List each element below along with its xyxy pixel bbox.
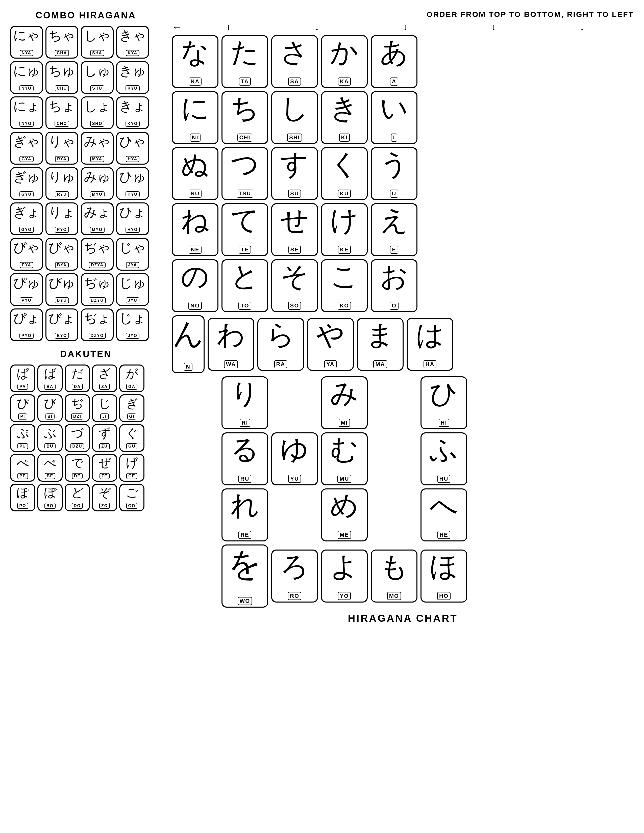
dakuten-cell: ぽ PO [10,484,35,511]
combo-title: COMBO HIRAGANA [10,10,162,21]
kana-label: O [390,302,399,310]
kana-char: ず [98,427,111,439]
down-arrow-5: ↓ [580,22,584,32]
kana-char: ね [181,206,209,234]
combo-cell: ちょ CHO [45,96,78,129]
kana-label: MA [373,360,387,368]
dakuten-cell: ざ ZA [92,365,117,392]
kana-char: ぴ [17,397,29,409]
kana-char: じゅ [119,276,146,289]
chart-cell: ふ HU [420,433,467,486]
kana-label: MYA [90,156,104,162]
kana-char: ちょ [48,100,75,113]
dakuten-cell: だ DA [64,365,90,392]
kana-label: BU [45,443,55,449]
kana-label: KU [338,190,351,198]
kana-char: ば [44,368,56,380]
kana-char: ぷ [17,427,29,439]
kana-label: ZE [100,473,109,479]
chart-bottom-title: HIRAGANA CHART [172,613,634,624]
chart-top-grid: な NA た TA さ SA か KA あ A に NI ち CHI し SHI… [172,35,634,312]
kana-label: DE [72,473,82,479]
combo-cell: にゃ NYA [10,26,43,59]
chart-cell: と TO [222,259,268,312]
kana-char: ぜ [98,457,111,469]
chart-cell: け KE [321,203,368,256]
kana-label: HYA [126,156,139,162]
kana-label: BA [45,384,55,390]
chart-header: ORDER FROM TOP TO BOTTOM, RIGHT TO LEFT [172,10,634,19]
empty-cell [371,433,417,486]
kana-label: GO [126,503,138,509]
chart-cell: ほ HO [420,550,467,603]
kana-label: RYO [55,227,69,233]
combo-cell: にゅ NYU [10,61,43,94]
chart-cell: か KA [321,35,368,88]
kana-char: か [330,38,359,66]
chart-cell: せ SE [271,203,318,256]
kana-label: RYA [55,156,69,162]
kana-label: JYO [126,333,139,339]
kana-char: う [380,150,408,178]
chart-cell: ま MA [357,318,404,371]
kana-label: NE [188,246,201,254]
kana-label: NYA [20,50,33,56]
chart-cell: み MI [321,376,368,429]
kana-label: PU [18,443,28,449]
kana-label: KO [338,302,351,310]
combo-cell: みゅ MYU [81,167,114,200]
chart-cell: は HA [407,318,453,371]
kana-label: BE [45,473,55,479]
kana-char: ぞ [98,487,111,499]
dakuten-cell: ず ZU [92,424,117,452]
kana-char: お [380,262,408,290]
combo-cell: しょ SHO [81,96,114,129]
chart-cell: よ YO [321,550,368,603]
kana-label: KE [338,246,351,254]
chart-cell: ぬ NU [172,147,219,200]
combo-cell: びょ BYO [45,309,78,341]
kana-char: た [230,38,259,66]
combo-cell: びゅ BYU [45,273,78,306]
chart-cell: へ HE [420,489,467,542]
dakuten-cell: ぺ PE [10,454,35,482]
kana-label: SA [288,77,301,85]
combo-cell: きゃ KYA [116,26,149,59]
kana-char: りゃ [48,135,75,148]
kana-char: びゃ [48,241,75,254]
down-arrow-3: ↓ [403,22,407,32]
chart-cell: こ KO [321,259,368,312]
dakuten-grid: ぱ PA ば BA だ DA ざ ZA が GA ぴ PI び BI ぢ DZI… [10,365,162,511]
kana-label: E [390,246,398,254]
kana-char: ど [71,487,84,499]
kana-label: CHI [237,133,253,142]
left-panel: COMBO HIRAGANA にゃ NYA ちゃ CHA しゃ SHA きゃ K… [10,10,162,624]
combo-cell: にょ NYO [10,96,43,129]
combo-cell: じゅ JYU [116,273,149,306]
kana-label: SE [288,246,301,254]
kana-label: NU [188,190,202,198]
kana-label: I [391,133,397,142]
kana-char: みゅ [84,170,111,183]
kana-char: ほ [430,553,458,581]
down-arrow-2: ↓ [315,22,319,32]
kana-label: WA [224,360,238,368]
kana-char: べ [44,457,56,469]
kana-char: ぎょ [13,206,40,219]
kana-char: ひゃ [119,135,146,148]
combo-cell: ぴゅ PYU [10,273,43,306]
dakuten-cell: ど DO [64,484,90,511]
kana-label: U [390,190,399,198]
combo-cell: りょ RYO [45,203,78,235]
n-wa-row: ん N わ WA ら RA や YA ま MA は HA [172,315,634,373]
chart-cell: そ SO [271,259,318,312]
dakuten-cell: べ BE [37,454,63,482]
kana-char: せ [280,206,309,234]
kana-char: な [181,38,209,66]
chart-cell: ゆ YU [271,433,318,486]
kana-char: み [330,380,359,407]
kana-label: MI [339,419,350,427]
chart-cell: た TA [222,35,268,88]
kana-char: ぴゃ [13,241,40,254]
kana-char: にゅ [13,64,40,77]
